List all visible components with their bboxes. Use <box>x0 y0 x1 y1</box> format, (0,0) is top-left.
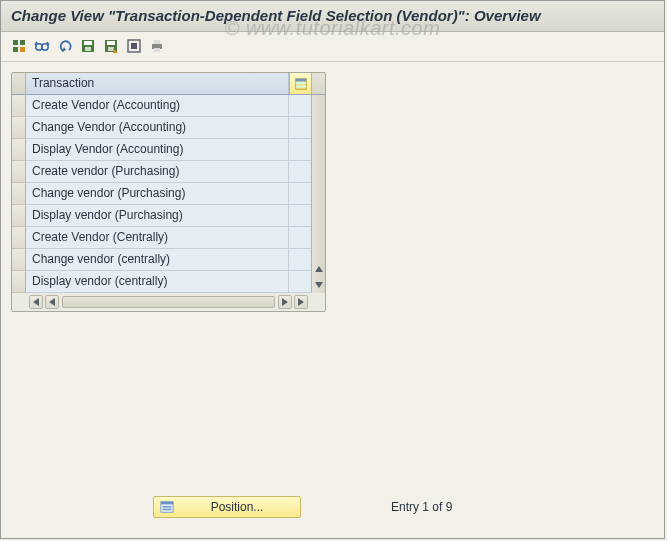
svg-rect-4 <box>85 47 91 51</box>
position-icon <box>160 500 174 514</box>
transaction-table: Transaction Create Vendor (Accounting) <box>11 72 326 312</box>
chevron-up-icon <box>315 266 323 272</box>
table-settings-button[interactable] <box>289 73 311 94</box>
table-body: Create Vendor (Accounting) Change Vendor… <box>12 95 325 293</box>
scroll-right-button[interactable] <box>278 295 292 309</box>
select-all-icon <box>126 38 142 54</box>
work-area: Transaction Create Vendor (Accounting) <box>1 62 664 322</box>
table-row[interactable]: Change vendor (centrally) <box>26 249 289 271</box>
table-config-icon <box>294 77 308 91</box>
glasses-icon <box>34 38 50 54</box>
table-row[interactable]: Create vendor (Purchasing) <box>26 161 289 183</box>
chevron-left-icon <box>33 298 39 306</box>
toolbar-display-button[interactable] <box>32 36 52 56</box>
undo-icon <box>57 38 73 54</box>
entry-status-text: Entry 1 of 9 <box>391 500 452 514</box>
table-row[interactable]: Display Vendor (Accounting) <box>26 139 289 161</box>
details-icon <box>11 38 27 54</box>
print-icon <box>149 38 165 54</box>
row-selector[interactable] <box>12 161 26 183</box>
table-trailing-column <box>289 95 311 293</box>
save-icon <box>80 38 96 54</box>
horizontal-scrollbar[interactable] <box>12 293 325 311</box>
vertical-scroll-area <box>289 95 325 293</box>
scroll-right-fast-button[interactable] <box>294 295 308 309</box>
svg-rect-11 <box>154 40 160 44</box>
svg-rect-18 <box>161 502 173 505</box>
scroll-left-button[interactable] <box>45 295 59 309</box>
chevron-down-icon <box>315 282 323 288</box>
hscroll-track[interactable] <box>62 296 275 308</box>
save2-icon <box>103 38 119 54</box>
table-header-row: Transaction <box>12 73 325 95</box>
table-row[interactable]: Change vendor (Purchasing) <box>26 183 289 205</box>
footer-bar: Position... Entry 1 of 9 <box>1 492 664 522</box>
row-selector[interactable] <box>12 227 26 249</box>
column-header-transaction[interactable]: Transaction <box>26 73 289 94</box>
row-selector[interactable] <box>12 271 26 293</box>
table-row[interactable]: Create Vendor (Centrally) <box>26 227 289 249</box>
toolbar-details-button[interactable] <box>9 36 29 56</box>
toolbar-print-button[interactable] <box>147 36 167 56</box>
page-title: Change View "Transaction-Dependent Field… <box>11 7 541 24</box>
scroll-left-fast-button[interactable] <box>29 295 43 309</box>
svg-rect-12 <box>154 48 160 52</box>
table-row[interactable]: Display vendor (Purchasing) <box>26 205 289 227</box>
row-selector[interactable] <box>12 95 26 117</box>
row-select-header[interactable] <box>12 73 26 94</box>
table-rows: Create Vendor (Accounting) Change Vendor… <box>26 95 289 293</box>
row-selector[interactable] <box>12 183 26 205</box>
toolbar-saveas-button[interactable] <box>101 36 121 56</box>
scroll-up-button[interactable] <box>312 261 326 277</box>
svg-rect-9 <box>131 43 137 49</box>
chevron-right-icon <box>298 298 304 306</box>
svg-rect-19 <box>163 506 172 507</box>
vscroll-header-cap <box>311 73 325 94</box>
row-selector[interactable] <box>12 205 26 227</box>
titlebar: Change View "Transaction-Dependent Field… <box>1 1 664 32</box>
svg-rect-6 <box>107 41 115 45</box>
svg-rect-20 <box>163 509 172 510</box>
table-row[interactable]: Create Vendor (Accounting) <box>26 95 289 117</box>
toolbar-save-button[interactable] <box>78 36 98 56</box>
table-row[interactable]: Change Vendor (Accounting) <box>26 117 289 139</box>
position-button[interactable]: Position... <box>153 496 301 518</box>
position-button-label: Position... <box>180 500 294 514</box>
svg-rect-14 <box>295 78 306 81</box>
scroll-down-button[interactable] <box>312 277 326 293</box>
application-toolbar <box>1 32 664 62</box>
chevron-left-icon <box>282 298 288 306</box>
vertical-scrollbar[interactable] <box>311 95 325 293</box>
svg-rect-16 <box>295 85 306 87</box>
toolbar-undo-button[interactable] <box>55 36 75 56</box>
svg-rect-15 <box>295 82 306 84</box>
row-select-column <box>12 95 26 293</box>
row-selector[interactable] <box>12 139 26 161</box>
row-selector[interactable] <box>12 249 26 271</box>
row-selector[interactable] <box>12 117 26 139</box>
svg-rect-3 <box>84 41 92 45</box>
table-row[interactable]: Display vendor (centrally) <box>26 271 289 293</box>
toolbar-selectall-button[interactable] <box>124 36 144 56</box>
chevron-right-icon <box>49 298 55 306</box>
